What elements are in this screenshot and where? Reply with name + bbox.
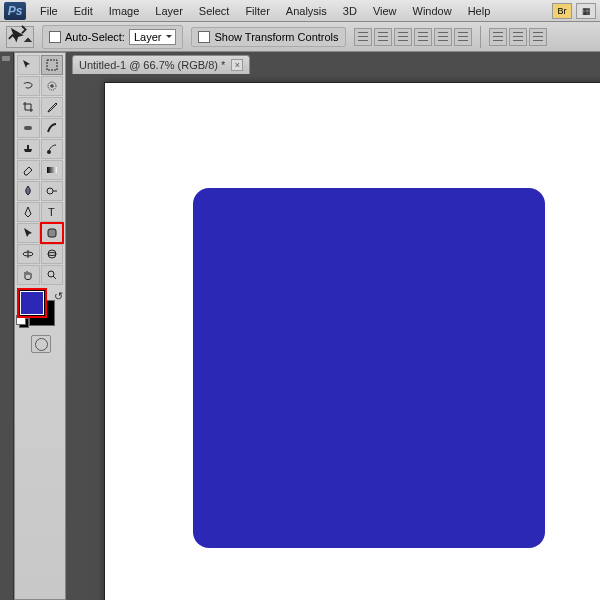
- menu-edit[interactable]: Edit: [66, 2, 101, 20]
- distribute-top-icon[interactable]: [489, 28, 507, 46]
- color-swatches: ↺: [17, 290, 65, 328]
- workspace: T ↺ Untitled-1 @ 66.7% (RGB/8) * ×: [0, 52, 600, 600]
- lasso-tool[interactable]: [17, 76, 40, 96]
- quick-mask-row: [17, 335, 65, 357]
- distribute-bottom-icon[interactable]: [529, 28, 547, 46]
- document-tab[interactable]: Untitled-1 @ 66.7% (RGB/8) * ×: [72, 55, 250, 74]
- svg-point-10: [48, 250, 56, 258]
- auto-select-group: Auto-Select: Layer: [42, 25, 183, 49]
- menu-view[interactable]: View: [365, 2, 405, 20]
- svg-rect-3: [27, 145, 29, 149]
- menu-bar: Ps File Edit Image Layer Select Filter A…: [0, 0, 600, 22]
- gradient-tool[interactable]: [41, 160, 64, 180]
- foreground-color[interactable]: [19, 290, 45, 316]
- svg-point-4: [47, 150, 51, 154]
- clone-stamp-tool[interactable]: [17, 139, 40, 159]
- align-group-1: [354, 28, 472, 46]
- panel-collapse-gutter[interactable]: [0, 52, 14, 600]
- menu-window[interactable]: Window: [405, 2, 460, 20]
- dodge-tool[interactable]: [41, 181, 64, 201]
- canvas-viewport[interactable]: [66, 74, 600, 600]
- separator: [480, 26, 481, 48]
- hand-tool[interactable]: [17, 265, 40, 285]
- auto-select-checkbox[interactable]: [49, 31, 61, 43]
- distribute-vcenter-icon[interactable]: [509, 28, 527, 46]
- move-icon: [7, 24, 33, 50]
- align-top-icon[interactable]: [354, 28, 372, 46]
- options-bar: Auto-Select: Layer Show Transform Contro…: [0, 22, 600, 52]
- blur-tool[interactable]: [17, 181, 40, 201]
- menu-select[interactable]: Select: [191, 2, 238, 20]
- menu-file[interactable]: File: [32, 2, 66, 20]
- toolbox: T ↺: [14, 52, 66, 600]
- photoshop-logo: Ps: [4, 2, 26, 20]
- zoom-tool[interactable]: [41, 265, 64, 285]
- current-tool-indicator[interactable]: [6, 26, 34, 48]
- auto-select-dropdown[interactable]: Layer: [129, 29, 177, 45]
- eyedropper-tool[interactable]: [41, 97, 64, 117]
- svg-rect-0: [47, 60, 57, 70]
- close-tab-icon[interactable]: ×: [231, 59, 243, 71]
- menu-filter[interactable]: Filter: [237, 2, 277, 20]
- menu-help[interactable]: Help: [460, 2, 499, 20]
- eraser-tool[interactable]: [17, 160, 40, 180]
- align-left-icon[interactable]: [414, 28, 432, 46]
- distribute-group: [489, 28, 547, 46]
- document-area: Untitled-1 @ 66.7% (RGB/8) * ×: [66, 52, 600, 600]
- marquee-tool[interactable]: [41, 55, 64, 75]
- menu-layer[interactable]: Layer: [147, 2, 191, 20]
- swap-colors-icon[interactable]: ↺: [54, 290, 63, 303]
- history-brush-tool[interactable]: [41, 139, 64, 159]
- show-transform-group: Show Transform Controls: [191, 27, 345, 47]
- align-hcenter-icon[interactable]: [434, 28, 452, 46]
- auto-select-label: Auto-Select:: [65, 31, 125, 43]
- 3d-orbit-tool[interactable]: [41, 244, 64, 264]
- default-colors-icon[interactable]: [19, 318, 29, 328]
- crop-tool[interactable]: [17, 97, 40, 117]
- quick-mask-button[interactable]: [31, 335, 51, 353]
- menu-analysis[interactable]: Analysis: [278, 2, 335, 20]
- menu-3d[interactable]: 3D: [335, 2, 365, 20]
- pen-tool[interactable]: [17, 202, 40, 222]
- align-right-icon[interactable]: [454, 28, 472, 46]
- canvas[interactable]: [104, 82, 600, 600]
- menu-image[interactable]: Image: [101, 2, 148, 20]
- document-tab-title: Untitled-1 @ 66.7% (RGB/8) *: [79, 59, 225, 71]
- align-vcenter-icon[interactable]: [374, 28, 392, 46]
- shape-tool[interactable]: [41, 223, 64, 243]
- align-bottom-icon[interactable]: [394, 28, 412, 46]
- quick-select-tool[interactable]: [41, 76, 64, 96]
- bridge-button[interactable]: Br: [552, 3, 572, 19]
- path-select-tool[interactable]: [17, 223, 40, 243]
- svg-rect-5: [47, 167, 57, 173]
- svg-rect-2: [24, 126, 32, 130]
- rounded-rectangle-shape[interactable]: [193, 188, 545, 548]
- document-tab-bar: Untitled-1 @ 66.7% (RGB/8) * ×: [66, 52, 600, 74]
- show-transform-label: Show Transform Controls: [214, 31, 338, 43]
- svg-rect-8: [48, 229, 56, 237]
- svg-point-11: [48, 253, 56, 256]
- brush-tool[interactable]: [41, 118, 64, 138]
- 3d-rotate-tool[interactable]: [17, 244, 40, 264]
- svg-point-6: [47, 188, 53, 194]
- extras-button[interactable]: ▦: [576, 3, 596, 19]
- move-tool[interactable]: [17, 55, 40, 75]
- type-tool[interactable]: T: [41, 202, 64, 222]
- show-transform-checkbox[interactable]: [198, 31, 210, 43]
- healing-brush-tool[interactable]: [17, 118, 40, 138]
- svg-text:T: T: [48, 206, 55, 218]
